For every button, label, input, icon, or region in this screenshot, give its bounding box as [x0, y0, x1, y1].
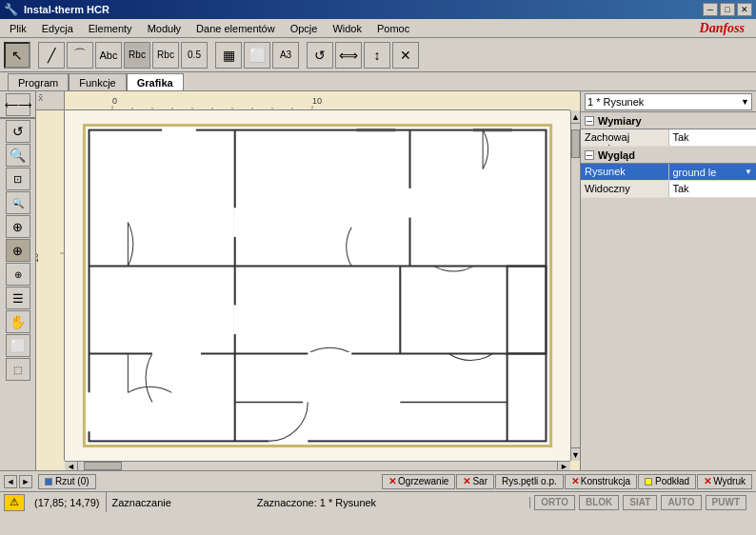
dropdown-arrow-icon: ▼	[741, 97, 749, 107]
menu-moduly[interactable]: Moduły	[142, 21, 187, 36]
left-tool-select2[interactable]: ⬚	[6, 358, 30, 381]
layer-wydruk-label: Wydruk	[713, 476, 746, 486]
panel-content: ─ Wymiary Zachowaj rozmiar Tak ─ Wygląd …	[581, 112, 756, 470]
danfoss-logo: Danfoss	[700, 21, 752, 36]
left-tool-select-box[interactable]: ⬜	[6, 334, 30, 357]
menu-bar: Plik Edycja Elementy Moduły Dane element…	[0, 19, 756, 38]
svg-text:10: 10	[36, 253, 40, 263]
prop-rysunek: Rysunek ground le	[581, 164, 756, 181]
left-tool-zoom-in[interactable]: 🔍	[6, 144, 30, 167]
tool-text2[interactable]: Rbc	[124, 42, 150, 69]
tab-arrow-left[interactable]: ◄	[4, 475, 17, 488]
canvas-area[interactable]: x̄ 0 10 10	[36, 91, 580, 470]
tool-mirror-h[interactable]: ⟺	[335, 42, 362, 69]
drawing-area[interactable]	[65, 110, 570, 461]
tool-text3[interactable]: Rbc	[152, 42, 179, 69]
tab-bar: Program Funkcje Grafika	[0, 72, 756, 91]
tab-funkcje[interactable]: Funkcje	[69, 73, 127, 90]
tab-program[interactable]: Program	[8, 73, 69, 90]
ruler-vertical: 10	[36, 110, 65, 461]
maximize-button[interactable]: □	[720, 3, 735, 16]
prop-zachowaj-rozmiar: Zachowaj rozmiar Tak	[581, 129, 756, 147]
tool-rotate[interactable]: ↺	[307, 42, 333, 69]
menu-elementy[interactable]: Elementy	[83, 21, 138, 36]
x-icon4: ✕	[704, 476, 711, 486]
minimize-button[interactable]: ─	[703, 3, 718, 16]
layer-wydruk[interactable]: ✕ Wydruk	[697, 474, 752, 489]
prop-value-zachowaj: Tak	[669, 129, 757, 146]
prop-widoczny: Widoczny Tak	[581, 181, 756, 198]
left-tool-zoom3[interactable]: ⊕	[6, 263, 30, 286]
tool-frame[interactable]: ⬜	[244, 42, 270, 69]
bottom-tab-rzut[interactable]: Rzut (0)	[38, 474, 96, 489]
layer-konstrukcja[interactable]: ✕ Konstrukcja	[565, 474, 637, 489]
left-tool-pan-zoom[interactable]: ⊕	[6, 215, 30, 238]
tab-arrow-right[interactable]: ►	[19, 475, 32, 488]
tool-select[interactable]: ↖	[4, 42, 30, 69]
x-icon: ✕	[388, 476, 396, 486]
podklad-indicator	[645, 478, 652, 485]
tab-grafika[interactable]: Grafika	[127, 73, 184, 90]
menu-edycja[interactable]: Edycja	[36, 21, 79, 36]
layer-konstrukcja-label: Konstrukcja	[581, 476, 630, 486]
scrollbar-vertical[interactable]: ▲ ▼	[570, 110, 580, 461]
layer-ryspetli[interactable]: Rys.pętli o.p.	[495, 474, 564, 489]
prop-value-rysunek[interactable]: ground le	[669, 164, 757, 180]
left-tool-zoom-fit[interactable]: ⊡	[6, 168, 30, 190]
left-tool-zoom-out[interactable]: 🔍 -	[6, 191, 30, 214]
menu-dane[interactable]: Dane elementów	[190, 21, 281, 36]
orto-button[interactable]: ORTO	[534, 495, 575, 510]
rzut-label: Rzut (0)	[55, 476, 90, 486]
layer-podklad[interactable]: Podkład	[638, 474, 696, 489]
prop-label-rysunek[interactable]: Rysunek	[581, 164, 669, 180]
layer-ogrzewanie[interactable]: ✕ Ogrzewanie	[382, 474, 455, 489]
puwt-button[interactable]: PUWT	[706, 495, 746, 510]
tool-text1[interactable]: Abc	[95, 42, 122, 69]
blok-button[interactable]: BLOK	[579, 495, 619, 510]
wyglad-toggle[interactable]: ─	[585, 150, 594, 160]
menu-plik[interactable]: Plik	[4, 21, 32, 36]
layer-sar-label: Sar	[472, 476, 487, 486]
svg-rect-15	[84, 126, 550, 446]
left-tool-pan[interactable]: ✋	[6, 310, 30, 333]
ruler-corner: x̄	[36, 91, 65, 110]
left-tool-layers[interactable]: ☰	[6, 287, 30, 309]
layer-ryspetli-label: Rys.pętli o.p.	[502, 476, 557, 486]
left-toolbar: ⟵⟶ ↺ 🔍 ⊡ 🔍 - ⊕ ⊕ ⊕ ☰ ✋ ⬜ ⬚	[0, 91, 36, 470]
auto-button[interactable]: AUTO	[661, 495, 701, 510]
svg-text:0: 0	[112, 96, 117, 106]
menu-widok[interactable]: Widok	[327, 21, 368, 36]
section-wymiary-header: ─ Wymiary	[581, 112, 756, 129]
tool-grid[interactable]: ▦	[215, 42, 242, 69]
siat-button[interactable]: SIAT	[623, 495, 657, 510]
tool-scale[interactable]: 0.5	[181, 42, 208, 69]
tool-line[interactable]: ╱	[38, 42, 65, 69]
tool-arc[interactable]: ⌒	[67, 42, 93, 69]
layer-sar[interactable]: ✕ Sar	[456, 474, 494, 489]
rysunek-dropdown[interactable]: 1 * Rysunek ▼	[585, 93, 752, 110]
tool-paper[interactable]: A3	[272, 42, 299, 69]
layer-ogrzewanie-label: Ogrzewanie	[398, 476, 448, 486]
scrollbar-horizontal[interactable]: ◄ ►	[65, 461, 570, 470]
left-tool-move[interactable]: ⟵⟶	[6, 93, 30, 116]
left-tool-zoom-window[interactable]: ⊕	[6, 239, 30, 262]
tool-delete[interactable]: ✕	[392, 42, 419, 69]
status-buttons: ORTO BLOK SIAT AUTO PUWT	[530, 495, 752, 510]
menu-pomoc[interactable]: Pomoc	[371, 21, 415, 36]
title-bar: 🔧 Instal-therm HCR ─ □ ✕	[0, 0, 756, 19]
svg-text:10: 10	[312, 96, 322, 106]
tool-mirror-v[interactable]: ↕	[364, 42, 390, 69]
menu-opcje[interactable]: Opcje	[285, 21, 324, 36]
close-button[interactable]: ✕	[737, 3, 752, 16]
floor-plan-svg	[65, 110, 570, 461]
main-layout: ⟵⟶ ↺ 🔍 ⊡ 🔍 - ⊕ ⊕ ⊕ ☰ ✋ ⬜ ⬚ x̄ 0 10	[0, 91, 756, 470]
ruler-horizontal: 0 10	[65, 91, 570, 110]
wymiary-toggle[interactable]: ─	[585, 116, 594, 126]
status-detail: Zaznaczone: 1 * Rysunek	[251, 497, 531, 508]
left-tool-undo[interactable]: ↺	[6, 120, 30, 143]
bottom-tabs-bar: ◄ ► Rzut (0) ✕ Ogrzewanie ✕ Sar Rys.pętl…	[0, 470, 756, 491]
app-title: Instal-therm HCR	[24, 4, 109, 15]
title-bar-controls: ─ □ ✕	[703, 3, 752, 16]
status-icon[interactable]: ⚠	[4, 494, 25, 511]
toolbar: ↖ ╱ ⌒ Abc Rbc Rbc 0.5 ▦ ⬜ A3 ↺ ⟺ ↕ ✕	[0, 38, 756, 72]
